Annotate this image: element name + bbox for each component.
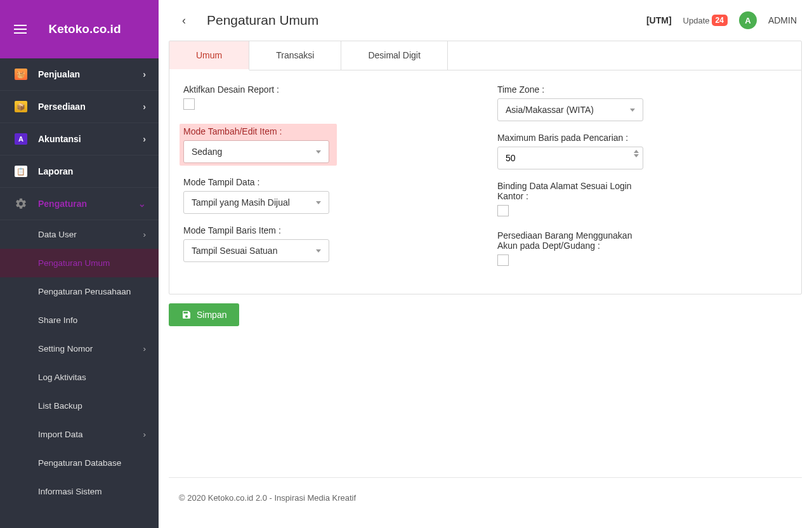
field-mode-tampil-data: Mode Tampil Data : Tampil yang Masih Dij…	[183, 177, 473, 214]
field-label: Binding Data Alamat Sesuai Login Kantor …	[497, 181, 637, 201]
topbar-right: [UTM] Update 24 A ADMIN	[646, 11, 797, 29]
binding-checkbox[interactable]	[497, 205, 509, 216]
form-right-column: Time Zone : Asia/Makassar (WITA) Maximum…	[497, 84, 739, 280]
subnav-item-list-backup[interactable]: List Backup	[0, 392, 159, 420]
select-value: Sedang	[192, 147, 222, 157]
timezone-select[interactable]: Asia/Makassar (WITA)	[497, 98, 643, 121]
field-label: Mode Tampil Data :	[183, 177, 473, 187]
subnav-item-share-info[interactable]: Share Info	[0, 306, 159, 334]
subnav-item-label: Pengaturan Perusahaan	[38, 287, 131, 296]
field-aktifkan-report: Aktifkan Desain Report :	[183, 84, 473, 112]
sidebar-item-label: Penjualan	[38, 69, 80, 79]
save-button[interactable]: Simpan	[169, 303, 239, 326]
sidebar-item-label: Pengaturan	[38, 199, 87, 209]
username[interactable]: ADMIN	[768, 15, 797, 25]
save-icon	[181, 310, 192, 320]
field-mode-baris: Mode Tampil Baris Item : Tampil Sesuai S…	[183, 225, 473, 262]
spinner-up-icon[interactable]	[634, 150, 639, 153]
field-timezone: Time Zone : Asia/Makassar (WITA)	[497, 84, 739, 121]
chevron-right-icon: ›	[143, 69, 146, 79]
aktifkan-report-checkbox[interactable]	[183, 98, 195, 110]
back-button[interactable]: ‹	[174, 10, 194, 30]
gear-icon	[13, 197, 29, 210]
field-persediaan-akun: Persediaan Barang Menggunakan Akun pada …	[497, 230, 739, 268]
report-icon: 📋	[13, 165, 29, 178]
form-left-column: Aktifkan Desain Report : Mode Tambah/Edi…	[183, 84, 473, 280]
mode-tambah-select[interactable]: Sedang	[183, 140, 329, 163]
form-body: Aktifkan Desain Report : Mode Tambah/Edi…	[169, 70, 801, 294]
field-label: Persediaan Barang Menggunakan Akun pada …	[497, 230, 637, 251]
subnav-item-pengaturan-perusahaan[interactable]: Pengaturan Perusahaan	[0, 277, 159, 306]
sidebar: Ketoko.co.id 🧺 Penjualan › 📦 Persediaan …	[0, 0, 159, 528]
max-baris-spinner[interactable]: 50	[497, 147, 643, 169]
select-value: Asia/Makassar (WITA)	[506, 105, 594, 115]
mode-tampil-data-select[interactable]: Tampil yang Masih Dijual	[183, 191, 329, 214]
chevron-right-icon: ›	[143, 230, 147, 239]
persediaan-checkbox[interactable]	[497, 254, 509, 266]
avatar[interactable]: A	[739, 11, 757, 29]
select-value: Tampil Sesuai Satuan	[192, 246, 277, 256]
box-icon: 📦	[13, 100, 29, 113]
sidebar-item-label: Persediaan	[38, 102, 86, 112]
tab-umum[interactable]: Umum	[169, 41, 249, 70]
field-max-baris: Maximum Baris pada Pencarian : 50	[497, 133, 739, 169]
svg-rect-2	[14, 32, 27, 34]
subnav-item-label: Informasi Sistem	[38, 487, 102, 496]
update-link[interactable]: Update 24	[683, 15, 728, 26]
tabs: Umum Transaksi Desimal Digit	[169, 41, 801, 70]
chevron-right-icon: ›	[143, 102, 146, 112]
sidebar-item-persediaan[interactable]: 📦 Persediaan ›	[0, 91, 159, 123]
subnav-item-informasi-sistem[interactable]: Informasi Sistem	[0, 477, 159, 506]
page-title: Pengaturan Umum	[207, 13, 318, 28]
update-badge: 24	[712, 15, 728, 26]
sidebar-item-akuntansi[interactable]: A Akuntansi ›	[0, 123, 159, 155]
chevron-right-icon: ›	[143, 344, 147, 353]
utm-label[interactable]: [UTM]	[646, 15, 672, 25]
brand-name[interactable]: Ketoko.co.id	[37, 22, 148, 36]
field-mode-tambah: Mode Tambah/Edit Item : Sedang	[180, 124, 337, 166]
main-content: ‹ Pengaturan Umum [UTM] Update 24 A ADMI…	[159, 0, 812, 528]
subnav-item-label: Share Info	[38, 315, 77, 325]
hamburger-icon[interactable]	[10, 19, 30, 39]
subnav-item-label: Log Aktivitas	[38, 373, 86, 382]
content-area: Umum Transaksi Desimal Digit Aktifkan De…	[159, 41, 812, 528]
subnav-item-pengaturan-umum[interactable]: Pengaturan Umum	[0, 249, 159, 277]
svg-rect-0	[14, 25, 27, 26]
subnav-item-label: Setting Nomor	[38, 344, 93, 353]
subnav-item-label: Data User	[38, 230, 77, 239]
sidebar-header: Ketoko.co.id	[0, 0, 159, 58]
tab-desimal-digit[interactable]: Desimal Digit	[341, 41, 447, 70]
chevron-right-icon: ›	[143, 134, 146, 144]
subnav-item-setting-nomor[interactable]: Setting Nomor ›	[0, 334, 159, 363]
svg-rect-1	[14, 29, 27, 30]
subnav-item-pengaturan-database[interactable]: Pengaturan Database	[0, 449, 159, 477]
sidebar-item-label: Akuntansi	[38, 134, 81, 144]
field-label: Maximum Baris pada Pencarian :	[497, 133, 739, 143]
spinner-value: 50	[506, 153, 516, 163]
subnav-item-label: Pengaturan Umum	[38, 258, 110, 268]
basket-icon: 🧺	[13, 68, 29, 81]
subnav-item-data-user[interactable]: Data User ›	[0, 220, 159, 249]
footer: © 2020 Ketoko.co.id 2.0 - Inspirasi Medi…	[169, 477, 802, 518]
sidebar-item-pengaturan[interactable]: Pengaturan ⌄	[0, 188, 159, 220]
subnav-item-log-aktivitas[interactable]: Log Aktivitas	[0, 363, 159, 392]
tab-transaksi[interactable]: Transaksi	[249, 41, 341, 70]
mode-baris-select[interactable]: Tampil Sesuai Satuan	[183, 239, 329, 262]
accounting-icon: A	[13, 133, 29, 145]
spinner-down-icon[interactable]	[634, 154, 639, 157]
sidebar-item-laporan[interactable]: 📋 Laporan	[0, 155, 159, 188]
chevron-down-icon: ⌄	[138, 199, 146, 209]
update-label: Update	[683, 16, 710, 25]
select-value: Tampil yang Masih Dijual	[192, 197, 290, 208]
subnav-item-label: List Backup	[38, 401, 82, 411]
topbar: ‹ Pengaturan Umum [UTM] Update 24 A ADMI…	[159, 0, 812, 41]
sidebar-item-penjualan[interactable]: 🧺 Penjualan ›	[0, 58, 159, 91]
chevron-right-icon: ›	[143, 430, 147, 439]
save-label: Simpan	[197, 310, 226, 320]
field-label: Aktifkan Desain Report :	[183, 84, 473, 95]
sidebar-item-label: Laporan	[38, 166, 73, 176]
field-label: Mode Tampil Baris Item :	[183, 225, 473, 235]
subnav-item-label: Import Data	[38, 430, 83, 439]
settings-card: Umum Transaksi Desimal Digit Aktifkan De…	[169, 41, 802, 294]
subnav-item-import-data[interactable]: Import Data ›	[0, 420, 159, 449]
